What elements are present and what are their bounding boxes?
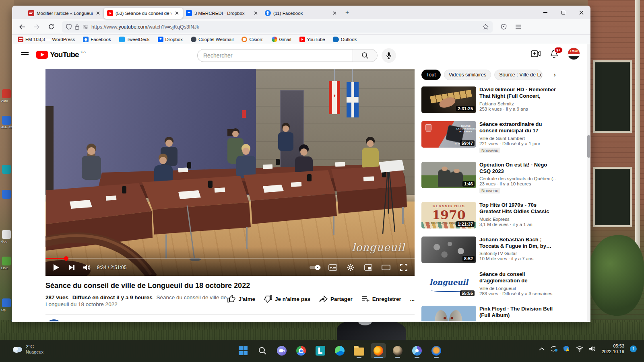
suggested-video[interactable]: 1:46 Opération On est là! - Négo CSQ 202… (421, 162, 556, 194)
tab-dropbox[interactable]: 3 MERCREDI - Dropbox (183, 8, 262, 19)
chip-tout[interactable]: Tout (421, 70, 441, 80)
desktop-icon[interactable] (2, 190, 11, 199)
edge-button[interactable] (332, 343, 347, 358)
extensions-icon[interactable] (497, 21, 510, 33)
tab-facebook[interactable]: (11) Facebook (262, 8, 341, 19)
page-scrollbar[interactable] (587, 44, 590, 321)
bookmark-tweetdeck[interactable]: TweetDeck (119, 37, 150, 42)
security-shield-icon[interactable] (563, 346, 570, 352)
sync-icon[interactable] (550, 346, 557, 352)
bookmark-outlook[interactable]: Outlook (333, 37, 357, 42)
chrome-button[interactable] (293, 343, 309, 358)
volume-icon[interactable] (80, 261, 94, 274)
reload-button[interactable] (45, 21, 57, 33)
chips-chevron-right-icon[interactable]: › (545, 70, 556, 80)
account-avatar[interactable]: FM10 (568, 47, 580, 60)
search-input[interactable] (197, 49, 353, 62)
channel-avatar[interactable]: longueuil (45, 319, 62, 321)
play-button[interactable] (50, 261, 63, 274)
search-button[interactable] (353, 49, 378, 62)
subtitles-icon[interactable] (326, 261, 340, 274)
taskbar-clock[interactable]: 05:53 2022-10-19 (602, 343, 624, 354)
firefox-button[interactable] (371, 343, 386, 358)
settings-gear-icon[interactable] (344, 261, 357, 274)
like-button[interactable]: J'aime (227, 295, 255, 303)
scrollbar-thumb[interactable] (587, 135, 590, 158)
progress-bar[interactable] (45, 258, 415, 259)
desktop-icon[interactable] (2, 230, 11, 239)
tab-close-icon[interactable] (174, 10, 180, 16)
back-button[interactable] (16, 21, 28, 33)
dislike-button[interactable]: Je n'aime pas (264, 295, 310, 303)
close-button[interactable] (572, 6, 590, 19)
bookmark-cooptel[interactable]: Cooptel Webmail (191, 37, 233, 42)
suggested-video[interactable]: 8:52 Johann Sebastian Bach ; Toccata & F… (421, 237, 556, 263)
youtube-logo[interactable]: YouTube CA (36, 51, 86, 59)
create-video-icon[interactable] (530, 49, 541, 59)
weather-widget[interactable]: 2°C Nuageux (12, 344, 43, 354)
next-button[interactable] (65, 261, 78, 274)
menu-hamburger-icon[interactable] (512, 21, 524, 33)
tab-youtube-active[interactable]: (53) Séance du conseil de ville d (104, 8, 183, 19)
wifi-icon[interactable] (576, 346, 583, 352)
lock-icon[interactable] (75, 24, 79, 30)
thunderbird-button[interactable] (429, 343, 444, 358)
url-text[interactable]: https://www.youtube.com/watch?v=sjKqQs3I… (91, 24, 479, 30)
bookmark-facebook[interactable]: Facebook (83, 37, 111, 42)
fullscreen-icon[interactable] (397, 261, 411, 274)
guide-hamburger-icon[interactable] (17, 47, 33, 63)
bookmark-gmail[interactable]: Gmail (272, 37, 291, 42)
tab-close-icon[interactable] (95, 10, 101, 16)
progress-scrubber[interactable] (64, 256, 68, 261)
desktop-icon[interactable] (2, 257, 11, 265)
bookmark-star-icon[interactable] (483, 24, 489, 30)
suggested-video[interactable]: 1:06:32 Pink Floyd - The Division Bell (… (421, 306, 556, 321)
bookmark-wordpress[interactable]: FM 103,3 — WordPress (18, 37, 75, 42)
desktop-icon-label[interactable]: Acro (1, 99, 8, 103)
url-bar[interactable]: https://www.youtube.com/watch?v=sjKqQs3I… (62, 21, 493, 33)
desktop-icon[interactable] (2, 89, 11, 98)
volume-icon[interactable] (589, 346, 596, 352)
desktop-icon-label[interactable]: Libre (1, 266, 8, 270)
theater-mode-icon[interactable] (379, 261, 393, 274)
desktop-icon[interactable] (2, 116, 11, 125)
new-tab-button[interactable]: + (341, 9, 354, 16)
more-actions-button[interactable]: ... (410, 296, 415, 302)
start-button[interactable] (235, 343, 251, 358)
permissions-icon[interactable] (83, 25, 88, 29)
desktop-icon-label[interactable]: Aide 45 (1, 125, 12, 129)
miniplayer-icon[interactable] (361, 261, 375, 274)
desktop-icon-label[interactable]: Op (1, 308, 6, 312)
video-player[interactable]: longueuil 9:34 / 2:51:05 (45, 69, 415, 276)
share-button[interactable]: Partager (319, 295, 353, 302)
desktop-icon[interactable] (2, 165, 11, 174)
maximize-button[interactable] (554, 6, 572, 19)
desktop-icon-label[interactable]: Goo (1, 240, 7, 243)
voice-search-button[interactable] (382, 48, 396, 63)
libreoffice-button[interactable] (313, 343, 328, 358)
teams-chat-button[interactable] (274, 343, 289, 358)
tray-chevron-up-icon[interactable] (539, 347, 545, 351)
autoplay-toggle[interactable] (308, 261, 322, 274)
suggested-video[interactable]: CLASSIC HITS 1970 THE BEST OLDIES SONG 1… (421, 202, 556, 228)
minimize-button[interactable] (536, 6, 554, 19)
suggested-video[interactable]: SÉANCE EXTRAORDINAIRE DU CONSEIL 17 OCT … (421, 121, 556, 154)
tab-wordpress[interactable]: Modifier l'article « Longueuil n (25, 8, 104, 19)
forward-button[interactable] (31, 21, 43, 33)
tab-close-icon[interactable] (253, 10, 258, 16)
file-explorer-button[interactable] (351, 343, 367, 358)
chip-source[interactable]: Source : Ville de Lon (494, 70, 543, 80)
notification-center-badge[interactable]: 1 (630, 346, 637, 352)
bookmark-dropbox[interactable]: Dropbox (158, 37, 183, 42)
desktop-icon[interactable] (2, 298, 11, 307)
gimp-button[interactable] (390, 343, 405, 358)
chip-videos-similaires[interactable]: Vidéos similaires (444, 70, 491, 80)
paint-app-button[interactable] (409, 343, 425, 358)
suggested-video[interactable]: longueuil 55:55 Séance du conseil d'aggl… (421, 271, 556, 298)
tracking-shield-icon[interactable] (66, 24, 72, 30)
taskbar-search-button[interactable] (255, 343, 270, 358)
save-button[interactable]: Enregistrer (361, 296, 401, 302)
suggested-video[interactable]: 2:31:25 David Gilmour HD - Remember That… (421, 86, 556, 113)
notifications-bell-icon[interactable]: 9+ (549, 49, 559, 59)
subscribed-button[interactable]: ABONNÉ (365, 321, 402, 322)
